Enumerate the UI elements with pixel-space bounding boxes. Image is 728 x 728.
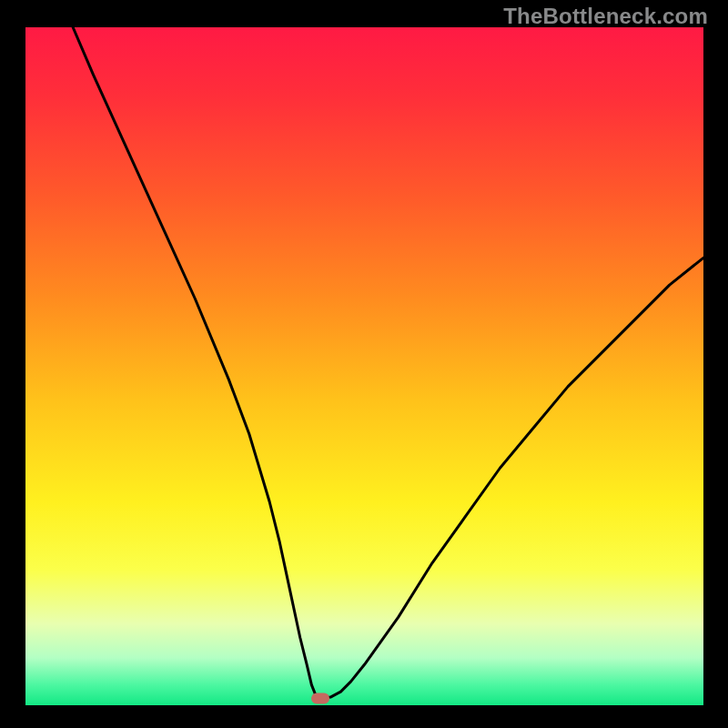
watermark-text: TheBottleneck.com [503,4,708,29]
plot-panel [25,27,703,705]
plot-svg [25,27,703,705]
minimum-marker [311,693,329,704]
gradient-background [25,27,703,705]
chart-frame: TheBottleneck.com [0,0,728,728]
